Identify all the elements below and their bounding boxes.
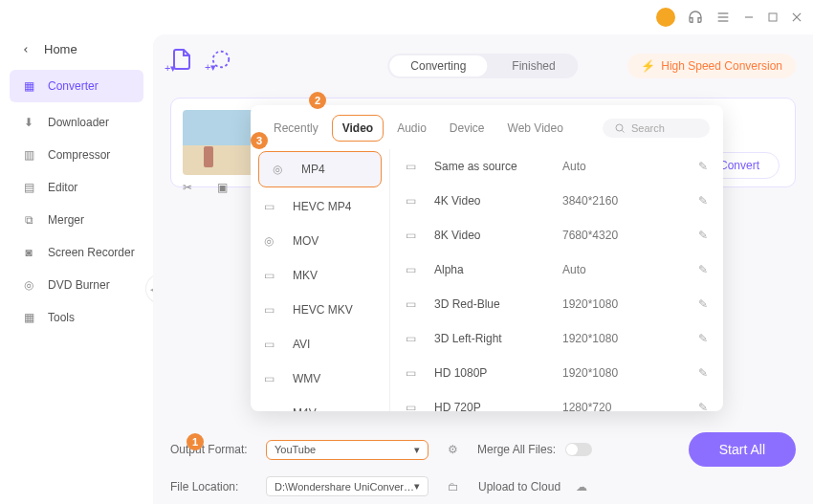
preset-res: 1920*1080 [562,332,648,345]
sidebar-item-label: Editor [48,181,77,194]
preset-name: HD 1080P [434,366,549,380]
preset-icon: ▭ [406,366,421,380]
mkv-icon: ▭ [264,269,281,282]
format-avi[interactable]: ▭AVI [251,327,389,362]
add-file-button[interactable]: +▾ [170,48,193,84]
preset-res: 7680*4320 [562,229,648,242]
output-format-value: YouTube [275,444,316,455]
download-icon: ⬇ [21,116,36,129]
cloud-icon[interactable]: ☁ [576,480,587,493]
svg-rect-4 [769,13,777,21]
preset-res: 3840*2160 [562,194,648,208]
tab-recently[interactable]: Recently [264,116,328,141]
minimize-icon[interactable] [742,11,756,24]
file-location-dropdown[interactable]: D:\Wondershare UniConverter 1 ▾ [266,476,428,496]
screen-icon: ◙ [21,246,36,259]
preset-row[interactable]: ▭3D Left-Right1920*1080✎ [390,321,723,356]
maximize-icon[interactable] [767,11,779,23]
edit-preset-icon[interactable]: ✎ [698,229,708,242]
start-all-button[interactable]: Start All [689,432,796,467]
home-link[interactable]: Home [0,38,153,70]
format-label: M4V [293,406,317,411]
trim-icon[interactable]: ✂ [183,181,192,194]
hevc-icon: ▭ [264,200,281,213]
sidebar-item-tools[interactable]: ▦Tools [0,301,153,334]
preset-row[interactable]: ▭Same as sourceAuto✎ [390,149,723,184]
format-popup: Recently Video Audio Device Web Video Se… [251,105,723,411]
sidebar-item-dvd-burner[interactable]: ◎DVD Burner [0,269,153,301]
tab-video[interactable]: Video [332,115,384,142]
format-m4v[interactable]: ▭M4V [251,396,389,411]
preset-res: 1280*720 [562,401,648,411]
preset-name: Same as source [434,160,549,173]
folder-icon[interactable]: 🗀 [448,480,459,493]
popup-search[interactable]: Search [603,119,710,138]
output-format-label: Output Format: [170,443,256,456]
tab-web-video[interactable]: Web Video [498,116,573,141]
edit-preset-icon[interactable]: ✎ [698,263,708,276]
sidebar-item-label: Converter [48,79,99,93]
edit-preset-icon[interactable]: ✎ [698,366,708,380]
format-hevc-mkv[interactable]: ▭HEVC MKV [251,293,389,327]
high-speed-badge[interactable]: ⚡ High Speed Conversion [627,54,796,78]
edit-preset-icon[interactable]: ✎ [698,332,708,345]
preset-row[interactable]: ▭8K Video7680*4320✎ [390,218,723,252]
preset-row[interactable]: ▭HD 720P1280*720✎ [390,390,723,411]
close-icon[interactable] [790,11,803,24]
preset-icon: ▭ [406,332,421,345]
preset-name: HD 720P [434,401,549,411]
sidebar-item-compressor[interactable]: ▥Compressor [0,139,153,171]
output-format-dropdown[interactable]: YouTube ▾ [266,440,428,460]
preset-res: Auto [562,160,648,173]
tools-icon: ▦ [21,311,36,324]
segment-finished[interactable]: Finished [489,54,578,78]
format-mp4[interactable]: ◎MP4 [258,151,382,187]
tab-audio[interactable]: Audio [387,116,436,141]
status-segment: Converting Finished [387,54,578,78]
sidebar-item-downloader[interactable]: ⬇Downloader [0,106,153,139]
format-hevc-mp4[interactable]: ▭HEVC MP4 [251,189,389,224]
preset-row[interactable]: ▭HD 1080P1920*1080✎ [390,356,723,390]
preset-icon: ▭ [406,229,421,242]
avatar[interactable] [656,8,675,27]
preset-icon: ▭ [406,194,421,208]
file-location-value: D:\Wondershare UniConverter 1 [275,481,414,493]
settings-icon[interactable]: ⚙ [448,443,458,456]
edit-preset-icon[interactable]: ✎ [698,160,708,173]
mini-tools: ✂ ▣ [183,181,228,194]
edit-preset-icon[interactable]: ✎ [698,297,708,311]
sidebar-item-screen-recorder[interactable]: ◙Screen Recorder [0,236,153,269]
crop-icon[interactable]: ▣ [217,181,228,194]
preset-row[interactable]: ▭AlphaAuto✎ [390,252,723,287]
menu-icon[interactable] [715,10,731,25]
format-label: WMV [293,372,320,385]
preset-row[interactable]: ▭4K Video3840*2160✎ [390,184,723,218]
home-label: Home [44,42,77,56]
segment-converting[interactable]: Converting [389,55,487,77]
format-mkv[interactable]: ▭MKV [251,258,389,293]
chevron-down-icon: ▾ [414,444,420,456]
merger-icon: ⧉ [21,213,36,227]
support-icon[interactable] [687,9,704,26]
merge-toggle[interactable] [565,443,592,456]
sidebar-item-editor[interactable]: ▤Editor [0,171,153,204]
edit-preset-icon[interactable]: ✎ [698,401,708,411]
sidebar-item-label: Screen Recorder [48,246,135,259]
format-label: HEVC MP4 [293,200,351,213]
edit-preset-icon[interactable]: ✎ [698,194,708,208]
bottom-bar: Output Format: YouTube ▾ ⚙ Merge All Fil… [170,425,796,496]
preset-icon: ▭ [406,160,421,173]
tab-device[interactable]: Device [440,116,494,141]
format-wmv[interactable]: ▭WMV [251,362,389,396]
sidebar-item-label: Merger [48,213,84,227]
callout-3: 3 [251,132,268,149]
mov-icon: ◎ [264,234,281,248]
dvd-icon: ◎ [21,278,36,292]
add-url-button[interactable]: +▾ [210,49,231,83]
preset-row[interactable]: ▭3D Red-Blue1920*1080✎ [390,287,723,321]
mp4-icon: ◎ [273,163,290,176]
format-label: MKV [293,269,318,282]
format-mov[interactable]: ◎MOV [251,224,389,258]
sidebar-item-converter[interactable]: ▦Converter [10,70,143,102]
sidebar-item-merger[interactable]: ⧉Merger [0,204,153,236]
